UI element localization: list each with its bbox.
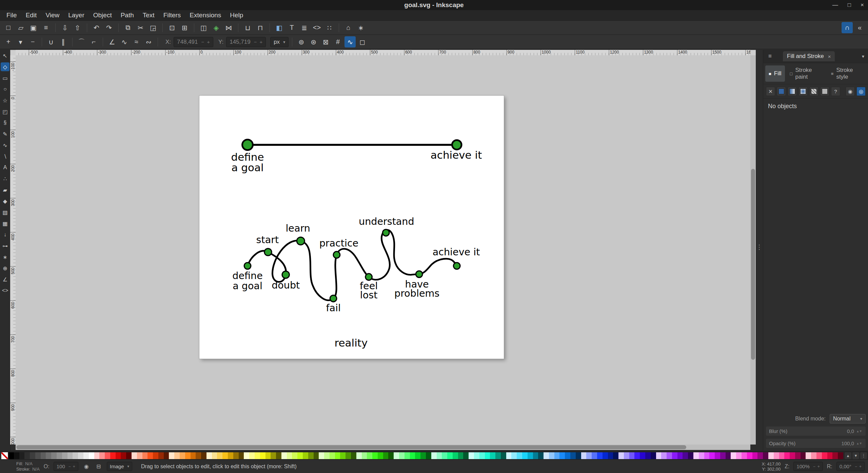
palette-swatch[interactable] xyxy=(533,452,538,459)
menu-edit[interactable]: Edit xyxy=(21,10,41,20)
node-smooth-icon[interactable]: ∿ xyxy=(119,36,130,47)
palette-swatch[interactable] xyxy=(410,452,415,459)
h-ruler[interactable]: -500-400-300-200-10001002003004005006007… xyxy=(16,50,750,55)
show-outline-icon[interactable]: ◻ xyxy=(357,36,368,47)
palette-swatch[interactable] xyxy=(415,452,420,459)
join-with-segment-icon[interactable]: ⌒ xyxy=(76,36,87,47)
palette-swatch[interactable] xyxy=(565,452,570,459)
palette-swatch[interactable] xyxy=(832,452,838,459)
palette-swatch[interactable] xyxy=(549,452,554,459)
palette-swatch[interactable] xyxy=(303,452,308,459)
palette-swatch[interactable] xyxy=(458,452,463,459)
palette-swatch[interactable] xyxy=(110,452,116,459)
palette-swatch[interactable] xyxy=(287,452,292,459)
palette-swatch[interactable] xyxy=(121,452,126,459)
palette-swatch[interactable] xyxy=(827,452,833,459)
y-spin-down[interactable]: − xyxy=(254,39,257,45)
fill-stroke-indicator[interactable]: Fill:N/A Stroke:N/A xyxy=(16,461,40,472)
palette-swatch[interactable] xyxy=(490,452,495,459)
palette-swatch[interactable] xyxy=(495,452,501,459)
palette-swatch[interactable] xyxy=(522,452,528,459)
palette-swatch[interactable] xyxy=(447,452,453,459)
palette-swatch[interactable] xyxy=(335,452,340,459)
break-nodes-icon[interactable]: ∥ xyxy=(58,36,69,47)
palette-swatch[interactable] xyxy=(506,452,512,459)
y-spin-up[interactable]: + xyxy=(259,39,262,45)
palette-swatch[interactable] xyxy=(736,452,742,459)
dot-feel-lost[interactable] xyxy=(366,274,372,280)
palette-swatch[interactable] xyxy=(768,452,774,459)
palette-swatch[interactable] xyxy=(212,452,217,459)
palette-swatch[interactable] xyxy=(169,452,174,459)
palette-swatch[interactable] xyxy=(265,452,271,459)
palette-swatch[interactable] xyxy=(51,452,57,459)
document-new-icon[interactable]: □ xyxy=(3,22,14,33)
palette-swatch[interactable] xyxy=(709,452,715,459)
menu-file[interactable]: File xyxy=(2,10,21,20)
palette-swatch[interactable] xyxy=(281,452,287,459)
document-open-icon[interactable]: ▱ xyxy=(15,22,26,33)
x-spin-down[interactable]: − xyxy=(201,39,204,45)
tab-stroke-paint[interactable]: □Stroke paint xyxy=(787,65,826,82)
document-save-icon[interactable]: ▣ xyxy=(28,22,39,33)
unlink-clone-icon[interactable]: ⋈ xyxy=(223,22,234,33)
palette-swatch[interactable] xyxy=(731,452,736,459)
palette-swatch[interactable] xyxy=(46,452,51,459)
palette-swatch[interactable] xyxy=(699,452,704,459)
v-ruler[interactable]: -10001002003004005006007008009001000 xyxy=(10,55,16,445)
opacity-spinner[interactable]: ▴▾ xyxy=(857,441,863,446)
palette-swatch[interactable] xyxy=(485,452,490,459)
palette-swatch[interactable] xyxy=(479,452,485,459)
group-icon[interactable]: ⊔ xyxy=(242,22,253,33)
minimize-button[interactable]: — xyxy=(832,2,838,8)
palette-swatch[interactable] xyxy=(137,452,142,459)
dock-chevron-icon[interactable]: ▾ xyxy=(860,54,866,59)
palette-swatch[interactable] xyxy=(201,452,206,459)
zoom-tool-icon[interactable]: ⊕ xyxy=(1,264,9,273)
spiral-tool-icon[interactable]: § xyxy=(1,118,9,127)
palette-swatch[interactable] xyxy=(426,452,431,459)
palette-swatch[interactable] xyxy=(597,452,603,459)
palette-swatch[interactable] xyxy=(726,452,731,459)
label-achieve-it-top[interactable]: achieve it xyxy=(431,149,482,161)
calligraphy-tool-icon[interactable]: ∖ xyxy=(1,152,9,161)
palette-swatch[interactable] xyxy=(239,452,244,459)
dot-fail[interactable] xyxy=(330,295,337,302)
palette-swatch[interactable] xyxy=(271,452,276,459)
palette-swatch[interactable] xyxy=(405,452,410,459)
palette-swatch[interactable] xyxy=(469,452,474,459)
paint-radial-gradient[interactable] xyxy=(798,87,808,96)
palette-swatch[interactable] xyxy=(67,452,73,459)
palette-swatch[interactable] xyxy=(757,452,763,459)
palette-swatch[interactable] xyxy=(308,452,314,459)
collapse-snap-toolbar-icon[interactable]: « xyxy=(854,22,865,33)
palette-swatch[interactable] xyxy=(661,452,667,459)
palette-swatch[interactable] xyxy=(35,452,41,459)
palette-swatch[interactable] xyxy=(62,452,67,459)
palette-swatch[interactable] xyxy=(83,452,89,459)
ellipse-tool-icon[interactable]: ○ xyxy=(1,85,9,94)
palette-swatch[interactable] xyxy=(222,452,228,459)
close-button[interactable]: × xyxy=(861,2,864,8)
rotation-input[interactable]: 0,00° −+ xyxy=(836,462,865,471)
v-scrollbar[interactable] xyxy=(750,55,756,445)
node-auto-icon[interactable]: ∾ xyxy=(143,36,154,47)
palette-swatch[interactable] xyxy=(89,452,94,459)
mesh-tool-icon[interactable]: ▦ xyxy=(1,219,9,228)
palette-swatch[interactable] xyxy=(24,452,30,459)
cut-icon[interactable]: ✂ xyxy=(135,22,146,33)
bucket-tool-icon[interactable]: ◆ xyxy=(1,197,9,205)
palette-none-swatch[interactable] xyxy=(1,452,8,459)
menu-extensions[interactable]: Extensions xyxy=(185,10,225,20)
palette-swatch[interactable] xyxy=(747,452,752,459)
palette-swatch[interactable] xyxy=(742,452,747,459)
canvas[interactable]: define a goal achieve it start learn pra… xyxy=(16,55,750,445)
document-properties-icon[interactable]: ⌂ xyxy=(343,22,354,33)
palette-swatch[interactable] xyxy=(763,452,768,459)
tab-fill[interactable]: ■Fill xyxy=(765,65,785,82)
palette-swatch[interactable] xyxy=(132,452,137,459)
layer-selector-dropdown[interactable]: Image ▾ xyxy=(107,462,132,471)
palette-swatch[interactable] xyxy=(116,452,121,459)
palette-swatch[interactable] xyxy=(667,452,672,459)
delete-node-icon[interactable]: − xyxy=(27,36,38,47)
